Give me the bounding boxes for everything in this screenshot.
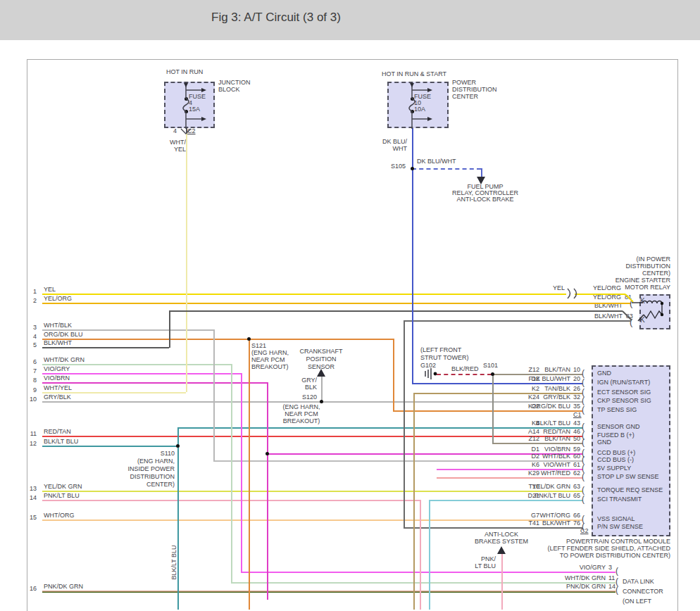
splice-dot (320, 400, 323, 403)
pcm-pin-signal: 5V SUPPLY (597, 465, 631, 472)
wire-segment (267, 382, 268, 600)
wire-segment (575, 294, 625, 295)
wire-row-13 (42, 491, 582, 492)
wire-pcm-65 (429, 500, 582, 501)
dlc-pin-wire: PNK/DK GRN (549, 583, 606, 590)
pcm-pin-signal: SENSOR GND (597, 423, 640, 430)
wire-segment (169, 310, 623, 312)
row-number: 12 (21, 440, 37, 447)
relay-pin-connector-icon: ( (630, 317, 632, 327)
row-wire-label: VIO/BRN (44, 374, 70, 382)
pcm-pin-connector-icon: ( (582, 494, 585, 504)
wire-row-4 (42, 339, 393, 340)
dlc-pin-wire: WHT/DK GRN (549, 574, 606, 581)
splice-dot (265, 452, 269, 455)
pcm-pin-signal: SCI TRANSMIT (597, 496, 642, 503)
pcm-pin-wire: ORG/DK BLU (514, 403, 570, 410)
pcm-pin-wire: BLK/WHT (514, 519, 570, 527)
pcm-pin-wire: BLK/LT BLU (514, 420, 570, 427)
pcm-pin-signal: GND (597, 370, 611, 377)
wire-segment (241, 373, 242, 572)
wire-segment (177, 427, 179, 446)
row-wire-label: YEL (44, 286, 56, 293)
wire-dlc-14 (42, 591, 615, 593)
row-number: 7 (21, 367, 37, 374)
splice-dot (247, 337, 251, 341)
pcm-pin-signal: GND (597, 439, 611, 446)
pcm-pin-signal: P/N SW SENSE (597, 523, 643, 530)
label-c1: C1 (573, 411, 582, 418)
row-wire-label: BLK/WHT (44, 339, 72, 346)
label-cps: CRANKSHAFT POSITION SENSOR (292, 348, 351, 371)
wire-row-2 (42, 303, 631, 304)
row-number: 13 (21, 485, 37, 492)
wire-row-5 (42, 347, 169, 348)
wire-segment (492, 374, 494, 443)
wire-segment (420, 500, 421, 610)
row-number: 11 (21, 430, 37, 437)
row-wire-label: WHT/DK GRN (44, 356, 85, 363)
row-number: 4 (21, 333, 37, 340)
wire-row-12 (42, 446, 177, 447)
wire-segment (213, 329, 215, 460)
wire-segment (231, 364, 232, 583)
wire-row-1 (42, 294, 566, 295)
label-g102-loc: (LEFT FRONT STRUT TOWER) (420, 346, 469, 362)
label-s110: S110 (ENG HARN, INSIDE POWER DISTRIBUTIO… (104, 450, 175, 489)
label-pdc-wire: DK BLU/ WHT (372, 138, 407, 152)
row-number: 1 (21, 288, 37, 295)
label-jb-name: JUNCTION BLOCK (218, 79, 251, 93)
label-cps-wire: GRY/ BLK (285, 377, 317, 391)
label-yel-org: YEL/ORG (593, 284, 621, 291)
splice-dot (411, 167, 414, 170)
label-g102: G102 (420, 362, 436, 369)
pcm-pin-wire: WHT/ORG (514, 512, 570, 519)
row-number: 8 (21, 377, 37, 384)
wire-segment (393, 339, 394, 411)
label-relay-k1: K (640, 298, 645, 305)
row-number: 2 (21, 297, 37, 304)
pcm-pin-signal: VSS SIGNAL (597, 515, 635, 522)
label-pdc-name: POWER DISTRIBUTION CENTER (452, 79, 497, 100)
row-wire-label: GRY/BLK (44, 393, 71, 401)
row-wire-label: RED/TAN (44, 428, 71, 435)
label-jb-hot: HOT IN RUN (166, 68, 203, 75)
wire-row-10 (42, 401, 582, 403)
wire-pcm-20 (412, 383, 582, 384)
row-number: 6 (21, 358, 37, 365)
row-wire-label: BLK/LT BLU (44, 438, 78, 445)
row-number: 15 (21, 514, 37, 521)
wire-row-11 (42, 436, 582, 437)
pcm-pin-signal: CCD BUS (+) (597, 449, 635, 456)
label-blk-lt-blu-vert: BLK/LT BLU (170, 536, 177, 588)
wire-segment (413, 393, 415, 610)
page-title: Fig 3: A/T Circuit (3 of 3) (211, 11, 341, 25)
splice-dot (185, 97, 188, 101)
label-pdc-fuse: FUSE 10 10A (414, 94, 431, 113)
pcm-pin-signal: TORQUE REQ SENSE (597, 486, 663, 493)
wire-segment (429, 500, 430, 610)
pcm-pin-wire: VIO/BRN (514, 446, 570, 453)
pcm-pin-signal: STOP LP SW SENSE (597, 473, 659, 480)
label-yel: YEL (537, 284, 565, 291)
label-s101: S101 (483, 362, 498, 369)
wire-segment (249, 339, 250, 610)
splice-dot (491, 372, 494, 376)
pcm-pin-wire: TAN/BLK (514, 385, 570, 392)
wire-segment (177, 446, 179, 610)
row-wire-label: YEL/ORG (44, 295, 72, 302)
row-number: 9 (21, 386, 37, 393)
ground-symbol-icon (425, 368, 431, 379)
label-abs: ANTI-LOCK BRAKES SYSTEM (466, 531, 537, 545)
pcm-pin-wire: PNK/LT BLU (514, 492, 570, 499)
wire-row-7 (42, 373, 241, 374)
pcm-pin-wire: BLK/TAN (514, 435, 570, 442)
row-number: 16 (21, 585, 37, 592)
wire-row-8 (42, 382, 267, 384)
label-blk-red: BLK/RED (451, 365, 479, 372)
pcm-pin-wire: VIO/WHT (514, 461, 570, 468)
frame-top-border (27, 59, 678, 60)
pcm-pin-signal: CKP SENSOR SIG (597, 397, 651, 404)
label-s120-note: (ENG HARN, NEAR PCM BREAKOUT) (272, 403, 331, 424)
wire-row-15 (42, 519, 582, 521)
